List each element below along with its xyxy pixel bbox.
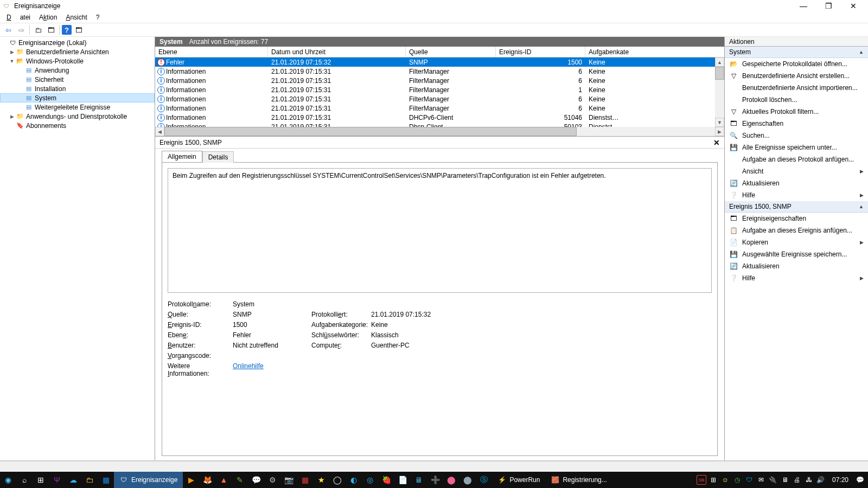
back-button[interactable]: ⇦: [2, 24, 14, 36]
system-tray[interactable]: SB ⊞ ☺ ◷ 🛡 ✉ 🔌 🖥 🖨 🖧 🔊 07:20 💬: [693, 475, 868, 485]
col-source[interactable]: Quelle: [406, 47, 496, 57]
forward-button[interactable]: ⇨: [15, 24, 27, 36]
clock[interactable]: 07:20: [828, 476, 853, 484]
online-help-link[interactable]: Onlinehilfe: [233, 362, 371, 370]
grid-header[interactable]: Ebene Datum und Uhrzeit Quelle Ereignis-…: [155, 47, 724, 57]
scroll-hthumb[interactable]: [164, 127, 577, 136]
tree-forwarded[interactable]: ▤Weitergeleitete Ereignisse: [0, 102, 155, 112]
table-row[interactable]: iInformationen21.01.2019 07:15:31FilterM…: [155, 85, 724, 94]
table-row[interactable]: iInformationen21.01.2019 07:15:31FilterM…: [155, 104, 724, 113]
tree-setup[interactable]: ▤Installation: [0, 84, 155, 93]
event-grid[interactable]: Ebene Datum und Uhrzeit Quelle Ereignis-…: [155, 47, 724, 137]
action-item[interactable]: 🗔Ereigniseigenschaften: [725, 213, 868, 224]
tray-icon[interactable]: 🛡: [744, 475, 754, 485]
taskbar-icon[interactable]: ➕: [427, 472, 443, 488]
taskbar-icon[interactable]: 📄: [394, 472, 411, 488]
action-item[interactable]: 💾Ausgewählte Ereignisse speichern...: [725, 248, 868, 260]
taskbar-icon[interactable]: ◎: [362, 472, 378, 488]
scroll-up-icon[interactable]: ▲: [715, 57, 724, 67]
col-eventid[interactable]: Ereignis-ID: [496, 47, 585, 57]
help-icon[interactable]: ?: [62, 25, 72, 35]
tree-application[interactable]: ▤Anwendung: [0, 66, 155, 75]
action-item[interactable]: 🔄Aktualisieren: [725, 260, 868, 272]
taskbar-icon[interactable]: ⚙: [264, 472, 280, 488]
col-level[interactable]: Ebene: [155, 47, 268, 57]
tray-icon[interactable]: ☺: [720, 475, 730, 485]
grid-scrollbar-h[interactable]: ◀ ▶: [155, 127, 724, 136]
tray-icon[interactable]: ⊞: [709, 475, 718, 485]
col-category[interactable]: Aufgabenkate: [585, 47, 622, 57]
task-registry[interactable]: 🧱Registrierung...: [545, 472, 612, 488]
menu-help[interactable]: ?: [92, 12, 104, 22]
taskbar-icon[interactable]: ★: [313, 472, 329, 488]
tray-icon[interactable]: 🖨: [792, 475, 802, 485]
close-button[interactable]: ✕: [841, 0, 866, 12]
taskbar-icon[interactable]: ◐: [346, 472, 362, 488]
action-item[interactable]: 🗔Eigenschaften: [725, 118, 868, 130]
actions-section-system[interactable]: System▲: [725, 47, 868, 58]
network-icon[interactable]: 🖧: [804, 475, 814, 485]
collapse-icon[interactable]: ▲: [859, 204, 864, 209]
tray-icon[interactable]: ◷: [732, 475, 742, 485]
menu-view[interactable]: Ansicht: [61, 12, 91, 22]
volume-icon[interactable]: 🔊: [816, 475, 826, 485]
action-item[interactable]: 🔄Aktualisieren: [725, 177, 868, 189]
tree-windows-logs[interactable]: ▼📂Windows-Protokolle: [0, 56, 155, 66]
action-item[interactable]: ❔Hilfe▶: [725, 272, 868, 284]
tray-icon[interactable]: 🔌: [768, 475, 778, 485]
task-view-icon[interactable]: ⊞: [33, 472, 49, 488]
taskbar-icon[interactable]: 🖥: [411, 472, 427, 488]
grid-rows[interactable]: !Fehler21.01.2019 07:15:32SNMP1500Keinei…: [155, 57, 724, 127]
taskbar-icon[interactable]: ▶: [183, 472, 199, 488]
table-row[interactable]: !Fehler21.01.2019 07:15:32SNMP1500Keine: [155, 57, 724, 67]
scroll-thumb[interactable]: [715, 67, 724, 80]
skype-icon[interactable]: Ⓢ: [476, 472, 492, 488]
start-button[interactable]: ◉: [0, 472, 16, 488]
table-row[interactable]: iInformationen21.01.2019 07:15:31FilterM…: [155, 76, 724, 85]
action-item[interactable]: ▽Benutzerdefinierte Ansicht erstellen...: [725, 70, 868, 82]
notifications-icon[interactable]: 💬: [855, 475, 865, 485]
tray-icon[interactable]: ✉: [756, 475, 766, 485]
taskbar-icon[interactable]: 🦊: [199, 472, 215, 488]
table-row[interactable]: iInformationen21.01.2019 07:15:31DHCPv6-…: [155, 113, 724, 122]
taskbar-icon[interactable]: 🍓: [378, 472, 394, 488]
taskbar-icon[interactable]: ⬤: [443, 472, 459, 488]
tree-subscriptions[interactable]: 🔖Abonnements: [0, 121, 155, 130]
task-ereignisanzeige[interactable]: 🛡Ereignisanzeige: [114, 472, 183, 488]
tree-system[interactable]: ▤System: [0, 93, 155, 102]
chrome-icon[interactable]: ◯: [329, 472, 346, 488]
action-item[interactable]: 💾Alle Ereignisse speichern unter...: [725, 142, 868, 153]
tree-custom-views[interactable]: ▶📁Benutzerdefinierte Ansichten: [0, 47, 155, 56]
action-item[interactable]: 📄Kopieren▶: [725, 236, 868, 248]
taskbar-icon[interactable]: ▲: [215, 472, 232, 488]
tree-root[interactable]: 🛡Ereignisanzeige (Lokal): [0, 38, 155, 47]
maximize-button[interactable]: ❐: [816, 0, 841, 12]
taskbar-icon[interactable]: ▦: [98, 472, 114, 488]
explorer-icon[interactable]: 🗀: [81, 472, 98, 488]
action-item[interactable]: Ansicht▶: [725, 165, 868, 177]
tree-pane[interactable]: 🛡Ereignisanzeige (Lokal) ▶📁Benutzerdefin…: [0, 37, 155, 460]
detail-close-button[interactable]: ✕: [712, 138, 721, 147]
taskbar-icon[interactable]: 📷: [280, 472, 297, 488]
action-item[interactable]: 📂Gespeicherte Protokolldatei öffnen...: [725, 58, 868, 70]
scroll-left-icon[interactable]: ◀: [155, 127, 164, 136]
tab-details[interactable]: Details: [202, 151, 234, 163]
search-icon[interactable]: ⌕: [16, 472, 33, 488]
taskbar-icon[interactable]: ✎: [232, 472, 248, 488]
tree-app-service-logs[interactable]: ▶📁Anwendungs- und Dienstprotokolle: [0, 112, 155, 121]
taskbar-icon[interactable]: ⬤: [459, 472, 476, 488]
toolbar-icon-1[interactable]: 🗀: [32, 24, 44, 36]
scroll-right-icon[interactable]: ▶: [715, 127, 724, 136]
table-row[interactable]: iInformationen21.01.2019 07:15:31Dhcp-Cl…: [155, 122, 724, 127]
action-item[interactable]: 🔍Suchen...: [725, 130, 868, 142]
tray-icon[interactable]: 🖥: [780, 475, 790, 485]
taskbar-icon[interactable]: ☁: [65, 472, 81, 488]
task-powerrun[interactable]: ⚡PowerRun: [492, 472, 545, 488]
toolbar-icon-3[interactable]: 🗔: [73, 24, 85, 36]
taskbar[interactable]: ◉ ⌕ ⊞ Ψ ☁ 🗀 ▦ 🛡Ereignisanzeige ▶ 🦊 ▲ ✎ 💬…: [0, 472, 868, 488]
table-row[interactable]: iInformationen21.01.2019 07:15:31FilterM…: [155, 67, 724, 76]
action-item[interactable]: Aufgabe an dieses Protokoll anfügen...: [725, 153, 868, 165]
minimize-button[interactable]: —: [791, 0, 816, 12]
toolbar-icon-2[interactable]: 🗔: [45, 24, 57, 36]
scroll-down-icon[interactable]: ▼: [715, 118, 724, 127]
